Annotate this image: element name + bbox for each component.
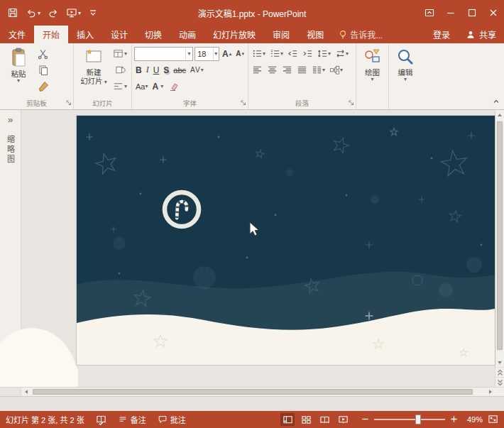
tab-transitions[interactable]: 切换: [136, 26, 170, 43]
dropdown-caret-icon: ▾: [160, 84, 163, 89]
new-slide-button[interactable]: 新建幻灯片 ▾: [76, 45, 111, 97]
share-button[interactable]: 共享: [458, 26, 504, 43]
previous-slide-button[interactable]: [495, 367, 504, 377]
vertical-scroll-thumb[interactable]: [497, 121, 503, 350]
customize-qat-button[interactable]: [86, 6, 100, 19]
vertical-scroll-track[interactable]: [495, 119, 504, 358]
comments-toggle[interactable]: 批注: [158, 414, 186, 425]
convert-to-smartart-button[interactable]: ▾: [328, 63, 344, 77]
close-button[interactable]: [483, 0, 504, 26]
numbering-button[interactable]: ▾: [268, 47, 285, 61]
dropdown-caret-icon: ▾: [328, 51, 331, 57]
tab-review[interactable]: 审阅: [264, 26, 298, 43]
dropdown-caret-icon[interactable]: ▾: [185, 48, 192, 60]
italic-button[interactable]: I: [145, 63, 150, 77]
spell-check-indicator[interactable]: [96, 415, 106, 425]
status-bar: 幻灯片 第 2 张, 共 2 张 备注 批注: [0, 411, 504, 428]
dropdown-caret-icon: ▾: [280, 51, 283, 57]
drawing-group: 绘图 ▾: [356, 43, 389, 109]
tab-home[interactable]: 开始: [34, 26, 68, 43]
next-slide-button[interactable]: [495, 377, 504, 387]
slide-canvas[interactable]: [77, 116, 495, 365]
redo-button[interactable]: [45, 6, 61, 20]
text-shadow-button[interactable]: S: [162, 63, 170, 77]
tell-me-box[interactable]: 告诉我...: [332, 26, 389, 43]
slide-layout-button[interactable]: ▾: [111, 45, 128, 62]
zoom-out-button[interactable]: [361, 415, 369, 424]
scroll-down-button[interactable]: [495, 358, 504, 367]
slide-sorter-view-button[interactable]: [299, 413, 313, 426]
minimize-button[interactable]: [440, 0, 461, 26]
columns-button[interactable]: ▾: [310, 63, 327, 77]
drawing-menu-button[interactable]: 绘图 ▾: [358, 45, 386, 97]
quick-access-toolbar: ▾ ▾: [0, 6, 100, 20]
editing-menu-button[interactable]: 编辑 ▾: [391, 45, 420, 97]
tab-file[interactable]: 文件: [0, 26, 34, 43]
tab-design[interactable]: 设计: [102, 26, 136, 43]
horizontal-scrollbar[interactable]: [0, 387, 504, 396]
strikethrough-button[interactable]: abc: [172, 63, 187, 77]
tab-slideshow[interactable]: 幻灯片放映: [204, 26, 264, 43]
align-left-button[interactable]: [251, 63, 264, 77]
section-button[interactable]: ▾: [111, 78, 128, 94]
zoom-in-button[interactable]: [450, 415, 458, 424]
save-button[interactable]: [5, 6, 21, 20]
start-slideshow-button[interactable]: ▾: [64, 6, 83, 20]
scroll-right-button[interactable]: [486, 388, 495, 396]
horizontal-scroll-track[interactable]: [31, 388, 486, 396]
increase-indent-button[interactable]: [301, 47, 314, 61]
underline-button[interactable]: U: [152, 63, 161, 77]
slideshow-view-button[interactable]: [336, 413, 350, 426]
tab-view[interactable]: 视图: [298, 26, 332, 43]
font-size-input[interactable]: [195, 50, 212, 58]
reading-view-button[interactable]: [317, 413, 332, 426]
justify-button[interactable]: [295, 63, 309, 77]
left-arrow-icon: [25, 390, 28, 394]
increase-font-size-button[interactable]: A▴: [221, 47, 233, 61]
maximize-button[interactable]: [461, 0, 483, 26]
change-case-button[interactable]: Aa▾: [134, 79, 149, 94]
zoom-slider[interactable]: [374, 415, 445, 424]
normal-view-button[interactable]: [280, 413, 295, 426]
sign-in-button[interactable]: 登录: [425, 26, 458, 43]
dropdown-caret-icon[interactable]: ▾: [213, 48, 219, 60]
align-center-button[interactable]: [265, 63, 279, 77]
font-name-combo[interactable]: ▾: [134, 47, 193, 61]
clipboard-dialog-launcher[interactable]: [66, 98, 72, 108]
slide-number-indicator[interactable]: 幻灯片 第 2 张, 共 2 张: [6, 414, 84, 425]
notes-toggle[interactable]: 备注: [118, 414, 146, 425]
font-name-input[interactable]: [135, 50, 185, 58]
character-spacing-button[interactable]: AV▾: [189, 63, 205, 77]
decrease-font-size-button[interactable]: A▾: [234, 47, 246, 61]
zoom-percentage[interactable]: 49%: [463, 415, 483, 424]
scroll-up-button[interactable]: [495, 110, 504, 119]
collapse-ribbon-button[interactable]: [492, 97, 500, 107]
font-size-combo[interactable]: ▾: [195, 47, 219, 61]
line-spacing-button[interactable]: ▾: [316, 47, 332, 61]
cut-button[interactable]: [35, 45, 52, 62]
font-dialog-launcher[interactable]: [241, 98, 246, 108]
align-right-button[interactable]: [280, 63, 294, 77]
bold-button[interactable]: B: [134, 63, 143, 77]
tab-animations[interactable]: 动画: [170, 26, 204, 43]
text-direction-button[interactable]: ▾: [334, 47, 350, 61]
font-color-button[interactable]: A▾: [150, 79, 165, 94]
bullets-button[interactable]: ▾: [251, 47, 267, 61]
undo-button[interactable]: ▾: [23, 6, 43, 20]
reset-slide-button[interactable]: [111, 62, 128, 78]
ribbon-display-options-button[interactable]: [419, 0, 440, 26]
paragraph-dialog-launcher[interactable]: [349, 98, 354, 108]
horizontal-scroll-thumb[interactable]: [33, 389, 473, 395]
expand-pane-chevron-icon[interactable]: »: [8, 114, 13, 125]
fit-to-window-button[interactable]: [488, 414, 498, 426]
copy-button[interactable]: [35, 62, 52, 78]
format-painter-button[interactable]: [35, 78, 52, 94]
tab-insert[interactable]: 插入: [68, 26, 102, 43]
paste-button[interactable]: 粘贴 ▾: [2, 45, 35, 97]
bullets-icon: [252, 48, 263, 59]
decrease-indent-button[interactable]: [286, 47, 300, 61]
scroll-left-button[interactable]: [21, 388, 31, 396]
vertical-scrollbar[interactable]: [495, 110, 504, 387]
zoom-slider-thumb[interactable]: [415, 415, 421, 424]
clear-formatting-button[interactable]: [166, 79, 180, 94]
